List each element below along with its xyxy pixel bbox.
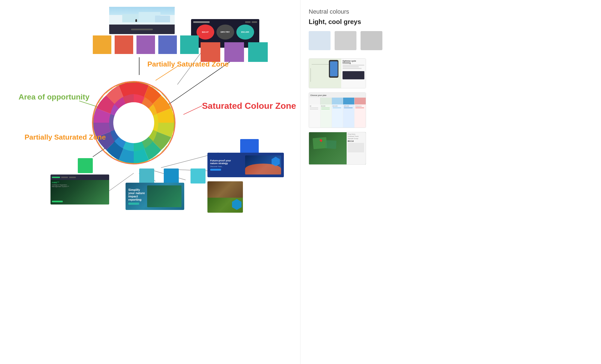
color-wheel-section: $22.47 DRY.TRY $52.285 Area of opportuni… xyxy=(0,0,300,364)
svg-line-3 xyxy=(183,106,202,115)
color-wheel xyxy=(85,74,183,172)
swatch-coral2 xyxy=(201,42,220,62)
rp-thumb-map-route: Optimise cycle trimming xyxy=(309,58,366,88)
small-square-teal1 xyxy=(139,169,154,183)
swatches-right-top-row xyxy=(201,42,268,62)
swatch-purple2 xyxy=(224,42,244,62)
neutral-colours-subtitle: Light, cool greys xyxy=(309,18,593,26)
small-square-green xyxy=(78,158,93,173)
small-square-cyan xyxy=(191,169,206,183)
grey-swatch-mid xyxy=(361,31,382,50)
swatch-coral xyxy=(115,35,133,54)
thumb-ocean: Future-proof yournature strategy Discove… xyxy=(207,153,284,177)
thumb-simplify: Simplifyyour natureimpactreporting xyxy=(126,183,184,210)
thumb-nature-small xyxy=(207,181,243,213)
grey-swatches-row xyxy=(309,31,593,50)
swatches-top-row xyxy=(93,35,199,54)
thumb-ivms: IVMS™ Intelligent VegetationManagement S… xyxy=(50,175,109,204)
grey-swatch-blue xyxy=(309,31,331,50)
rp-thumb-satellite-map: Prop Entry Unlinked Track Sample Group B… xyxy=(309,132,366,165)
label-saturated-colour-zone: Saturated Colour Zone xyxy=(202,101,296,111)
swatch-teal2 xyxy=(248,42,268,62)
right-panel-thumbs: Optimise cycle trimming Choose your plan xyxy=(309,58,593,165)
grey-swatch-light xyxy=(335,31,356,50)
thumb-icy-landscape xyxy=(109,7,175,34)
svg-point-13 xyxy=(113,102,154,143)
small-square-teal2 xyxy=(164,169,179,183)
label-partially-saturated-left: Partially Saturated Zone xyxy=(25,133,106,142)
rp-thumb-pricing: Choose your plan $0 $5,000 xyxy=(309,92,366,128)
color-wheel-svg xyxy=(85,74,183,172)
label-partially-saturated-top: Partially Saturated Zone xyxy=(147,60,229,68)
swatch-purple xyxy=(136,35,155,54)
swatch-blue xyxy=(158,35,177,54)
right-panel: Neutral colours Light, cool greys xyxy=(300,0,601,364)
neutral-colours-title: Neutral colours xyxy=(309,8,593,15)
swatch-teal xyxy=(180,35,199,54)
thumb-sky-bg xyxy=(109,7,175,25)
label-area-of-opportunity: Area of opportunity xyxy=(19,93,90,101)
swatch-amber xyxy=(93,35,111,54)
